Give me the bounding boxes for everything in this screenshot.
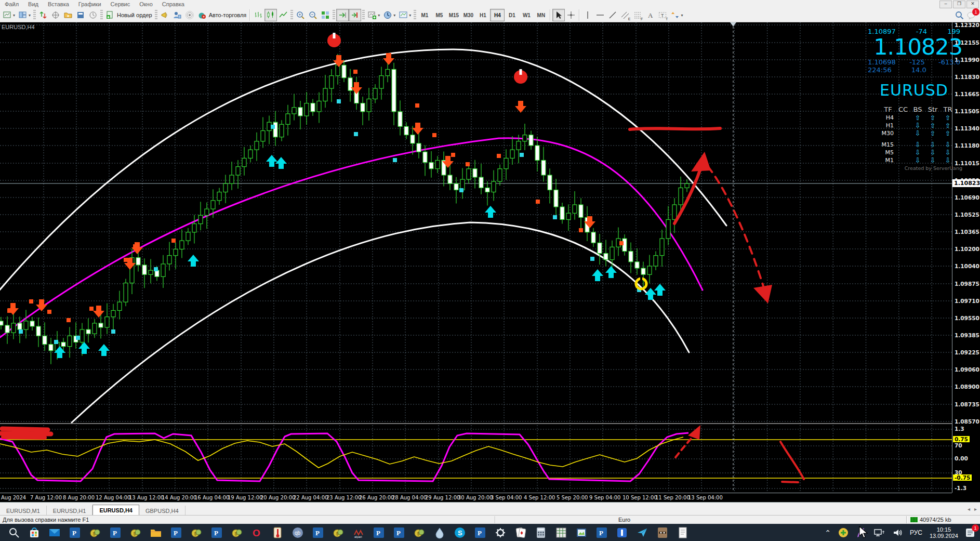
cursor-button[interactable] [552,9,565,21]
tab-EURUSD-H4[interactable]: EURUSD,H4 [92,505,139,516]
periods-button[interactable]: ▾ [381,9,397,21]
tray-clock[interactable]: 10:15 13.09.2024 [930,526,958,539]
candle-chart-button[interactable] [264,9,277,21]
taskbar-drop-icon[interactable] [433,526,446,539]
taskbar-money-icon[interactable]: $ [190,526,203,539]
taskbar-folder-icon[interactable] [150,526,162,539]
fibo-button[interactable]: F [631,9,644,21]
taskbar-metatrader-icon[interactable]: Р [474,526,486,539]
taskbar-opera-icon[interactable]: O [251,526,263,539]
taskbar-quickbooks-icon[interactable]: qb [292,526,304,539]
menu-Графики[interactable]: Графики [74,1,106,8]
taskbar-blue-app-icon[interactable] [616,526,628,539]
time-axis[interactable]: Aug 20247 Aug 12:008 Aug 20:0012 Aug 04:… [0,493,952,503]
taskbar-money-icon[interactable]: $ [332,526,345,539]
taskbar-spreadsheet-icon[interactable] [555,526,567,539]
taskbar-calculator-icon[interactable] [535,526,547,539]
window-tiles-button[interactable]: ▾ [17,9,32,21]
taskbar-metatrader-icon[interactable]: Р [312,526,324,539]
timeframe-H1[interactable]: H1 [475,9,490,21]
auto-scroll-button[interactable] [336,9,349,21]
taskbar-money-icon[interactable]: $ [413,526,426,539]
navigator-button[interactable]: ★ [62,9,74,21]
chat-icon[interactable]: 1 [965,9,978,21]
new-order-button[interactable]: Новый ордер [104,9,154,21]
tray-chevron-up-icon[interactable]: ⌃ [825,529,831,537]
taskbar-search-icon[interactable] [8,526,20,539]
crosshair-button[interactable] [565,9,577,21]
taskbar-cards-icon[interactable] [514,526,527,539]
line-chart-button[interactable] [277,9,289,21]
close-icon[interactable]: ✕ [966,1,979,8]
price-chart[interactable] [0,22,952,493]
timeframe-D1[interactable]: D1 [505,9,519,21]
taskbar-paper-plane-icon[interactable] [636,526,648,539]
timeframe-MN[interactable]: MN [534,9,548,21]
taskbar-money-icon[interactable]: $ [129,526,142,539]
auto-trading-button[interactable]: Авто-торговля [196,9,248,21]
taskbar-money-icon[interactable]: $ [89,526,101,539]
channel-button[interactable]: E [619,9,631,21]
tab-EURUSD-H1[interactable]: EURUSD,H1 [47,506,93,516]
taskbar-metatrader-icon[interactable]: Р [210,526,223,539]
tray-speaker-icon[interactable] [892,527,903,538]
taskbar-metatrader-icon[interactable]: Р [393,526,405,539]
arrows-dd-button[interactable]: ▾ [669,9,684,21]
timeframe-M30[interactable]: M30 [461,9,475,21]
taskbar-alpari-icon[interactable]: alpari [352,526,365,539]
taskbar-metatrader-icon[interactable]: Р [69,526,81,539]
tray-language[interactable]: РУС [910,529,922,536]
tray-notification-icon[interactable]: 1 [964,527,976,538]
search-icon[interactable] [953,9,965,21]
zoom-in-button[interactable] [294,9,307,21]
tab-scroll-right-icon[interactable]: ▸ [974,506,977,512]
menu-Окно[interactable]: Окно [135,1,157,8]
timeframe-M1[interactable]: M1 [417,9,432,21]
taskbar-metatrader-icon[interactable]: Р [595,526,608,539]
templates-button[interactable]: ▾ [397,9,413,21]
taskbar-store-icon[interactable] [28,526,41,539]
market-watch-button[interactable] [37,9,49,21]
taskbar-metatrader-icon[interactable]: Р [109,526,122,539]
minimize-icon[interactable]: – [939,1,952,8]
taskbar-metatrader-icon[interactable]: Р [373,526,385,539]
text-a-button[interactable]: A [644,9,656,21]
zoom-out-button[interactable] [307,9,319,21]
data-window-button[interactable] [49,9,62,21]
vline-button[interactable] [581,9,594,21]
tab-scroll-left-icon[interactable]: ◂ [968,506,970,512]
tab-EURUSD-M1[interactable]: EURUSD,M1 [0,506,47,516]
taskbar-money-icon[interactable]: $ [231,526,243,539]
indicators-button[interactable]: ▾ [366,9,381,21]
tab-GBPUSD-H4[interactable]: GBPUSD,H4 [139,506,186,516]
taskbar-gear-icon[interactable] [494,526,507,539]
timeframe-H4[interactable]: H4 [490,9,505,21]
chart-area[interactable]: EURUSD,H4 1.10897 -74 199 1.10823 1.1069… [0,22,980,502]
taskbar-notepad-icon[interactable] [677,526,689,539]
signal-button[interactable] [183,9,196,21]
menu-Справка[interactable]: Справка [157,1,189,8]
taskbar-image-viewer-icon[interactable] [575,526,588,539]
timeframe-M15[interactable]: M15 [446,9,461,21]
bars-chart-button[interactable] [252,9,264,21]
expert-button[interactable] [171,9,183,21]
menu-Файл[interactable]: Файл [0,1,23,8]
taskbar-thermometer-icon[interactable] [271,526,284,539]
menu-Сервис[interactable]: Сервис [106,1,135,8]
tray-network-icon[interactable] [873,527,885,538]
horn-button[interactable] [158,9,171,21]
timeframe-M5[interactable]: M5 [432,9,446,21]
taskbar-cat-app-icon[interactable] [656,526,669,539]
chart-profile-button[interactable]: ▾ [1,9,17,21]
taskbar-mail-icon[interactable] [48,526,61,539]
menu-Вид[interactable]: Вид [23,1,43,8]
strategy-tester-button[interactable] [87,9,99,21]
tile-windows-button[interactable] [319,9,332,21]
timeframe-W1[interactable]: W1 [519,9,534,21]
chart-shift-button[interactable] [349,9,361,21]
restore-icon[interactable]: ❐ [953,1,965,8]
taskbar-skype-icon[interactable]: S [454,526,466,539]
tray-feather-icon[interactable] [856,527,866,538]
menu-Вставка[interactable]: Вставка [43,1,74,8]
taskbar-metatrader-icon[interactable]: Р [170,526,182,539]
